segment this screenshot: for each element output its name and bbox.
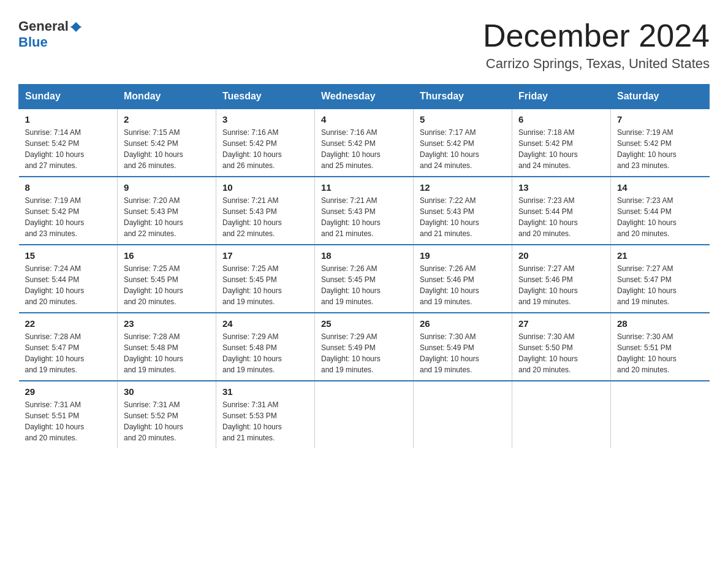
- day-number: 29: [25, 386, 112, 397]
- day-number: 18: [321, 250, 407, 261]
- day-number: 27: [518, 318, 604, 329]
- day-number: 22: [25, 318, 112, 329]
- day-info: Sunrise: 7:16 AM Sunset: 5:42 PM Dayligh…: [321, 127, 407, 171]
- calendar-cell: 8 Sunrise: 7:19 AM Sunset: 5:42 PM Dayli…: [19, 177, 118, 245]
- day-info: Sunrise: 7:14 AM Sunset: 5:42 PM Dayligh…: [25, 127, 112, 171]
- calendar-cell: 6 Sunrise: 7:18 AM Sunset: 5:42 PM Dayli…: [512, 109, 611, 177]
- calendar-cell: 3 Sunrise: 7:16 AM Sunset: 5:42 PM Dayli…: [216, 109, 315, 177]
- day-info: Sunrise: 7:31 AM Sunset: 5:52 PM Dayligh…: [124, 399, 210, 443]
- calendar-cell: 23 Sunrise: 7:28 AM Sunset: 5:48 PM Dayl…: [118, 313, 216, 381]
- logo: General Blue: [18, 18, 82, 50]
- logo-general-text: General: [18, 18, 69, 34]
- day-number: 3: [222, 114, 308, 124]
- calendar-cell: 20 Sunrise: 7:27 AM Sunset: 5:46 PM Dayl…: [512, 245, 611, 313]
- week-row-1: 1 Sunrise: 7:14 AM Sunset: 5:42 PM Dayli…: [19, 109, 710, 177]
- day-info: Sunrise: 7:26 AM Sunset: 5:45 PM Dayligh…: [321, 263, 407, 307]
- header-thursday: Thursday: [414, 85, 512, 109]
- calendar-header-row: SundayMondayTuesdayWednesdayThursdayFrid…: [19, 85, 710, 109]
- day-number: 23: [124, 318, 210, 329]
- day-number: 25: [321, 318, 407, 329]
- calendar-cell: 12 Sunrise: 7:22 AM Sunset: 5:43 PM Dayl…: [414, 177, 512, 245]
- day-number: 15: [25, 250, 112, 261]
- header-sunday: Sunday: [19, 85, 118, 109]
- day-number: 16: [124, 250, 210, 261]
- day-info: Sunrise: 7:15 AM Sunset: 5:42 PM Dayligh…: [124, 127, 210, 171]
- calendar-cell: 19 Sunrise: 7:26 AM Sunset: 5:46 PM Dayl…: [414, 245, 512, 313]
- calendar-cell: [315, 381, 414, 448]
- title-section: December 2024 Carrizo Springs, Texas, Un…: [483, 18, 710, 72]
- day-info: Sunrise: 7:18 AM Sunset: 5:42 PM Dayligh…: [518, 127, 604, 171]
- day-number: 30: [124, 386, 210, 397]
- day-number: 8: [25, 182, 112, 193]
- week-row-2: 8 Sunrise: 7:19 AM Sunset: 5:42 PM Dayli…: [19, 177, 710, 245]
- calendar-cell: 7 Sunrise: 7:19 AM Sunset: 5:42 PM Dayli…: [611, 109, 710, 177]
- day-info: Sunrise: 7:22 AM Sunset: 5:43 PM Dayligh…: [420, 195, 506, 239]
- day-number: 14: [617, 182, 703, 193]
- page-header: General Blue December 2024 Carrizo Sprin…: [18, 18, 710, 72]
- calendar-cell: 22 Sunrise: 7:28 AM Sunset: 5:47 PM Dayl…: [19, 313, 118, 381]
- calendar-cell: 11 Sunrise: 7:21 AM Sunset: 5:43 PM Dayl…: [315, 177, 414, 245]
- day-info: Sunrise: 7:25 AM Sunset: 5:45 PM Dayligh…: [124, 263, 210, 307]
- day-number: 31: [222, 386, 308, 397]
- day-info: Sunrise: 7:30 AM Sunset: 5:49 PM Dayligh…: [420, 331, 506, 375]
- header-friday: Friday: [512, 85, 611, 109]
- day-info: Sunrise: 7:29 AM Sunset: 5:49 PM Dayligh…: [321, 331, 407, 375]
- calendar-cell: 14 Sunrise: 7:23 AM Sunset: 5:44 PM Dayl…: [611, 177, 710, 245]
- day-number: 4: [321, 114, 407, 124]
- day-number: 28: [617, 318, 703, 329]
- day-info: Sunrise: 7:17 AM Sunset: 5:42 PM Dayligh…: [420, 127, 506, 171]
- day-info: Sunrise: 7:20 AM Sunset: 5:43 PM Dayligh…: [124, 195, 210, 239]
- header-tuesday: Tuesday: [216, 85, 315, 109]
- day-number: 2: [124, 114, 210, 124]
- calendar-cell: 10 Sunrise: 7:21 AM Sunset: 5:43 PM Dayl…: [216, 177, 315, 245]
- calendar-cell: 26 Sunrise: 7:30 AM Sunset: 5:49 PM Dayl…: [414, 313, 512, 381]
- header-saturday: Saturday: [611, 85, 710, 109]
- calendar-cell: [512, 381, 611, 448]
- calendar-cell: 4 Sunrise: 7:16 AM Sunset: 5:42 PM Dayli…: [315, 109, 414, 177]
- calendar-cell: 15 Sunrise: 7:24 AM Sunset: 5:44 PM Dayl…: [19, 245, 118, 313]
- calendar-cell: 31 Sunrise: 7:31 AM Sunset: 5:53 PM Dayl…: [216, 381, 315, 448]
- calendar-cell: 2 Sunrise: 7:15 AM Sunset: 5:42 PM Dayli…: [118, 109, 216, 177]
- day-info: Sunrise: 7:19 AM Sunset: 5:42 PM Dayligh…: [25, 195, 112, 239]
- calendar-cell: 25 Sunrise: 7:29 AM Sunset: 5:49 PM Dayl…: [315, 313, 414, 381]
- day-number: 20: [518, 250, 604, 261]
- day-number: 5: [420, 114, 506, 124]
- logo-blue-text: Blue: [18, 34, 48, 50]
- month-title: December 2024: [483, 18, 710, 53]
- header-wednesday: Wednesday: [315, 85, 414, 109]
- day-info: Sunrise: 7:23 AM Sunset: 5:44 PM Dayligh…: [617, 195, 703, 239]
- calendar-cell: 28 Sunrise: 7:30 AM Sunset: 5:51 PM Dayl…: [611, 313, 710, 381]
- calendar-cell: 27 Sunrise: 7:30 AM Sunset: 5:50 PM Dayl…: [512, 313, 611, 381]
- day-info: Sunrise: 7:26 AM Sunset: 5:46 PM Dayligh…: [420, 263, 506, 307]
- calendar-cell: 16 Sunrise: 7:25 AM Sunset: 5:45 PM Dayl…: [118, 245, 216, 313]
- day-info: Sunrise: 7:21 AM Sunset: 5:43 PM Dayligh…: [222, 195, 308, 239]
- day-number: 11: [321, 182, 407, 193]
- day-info: Sunrise: 7:28 AM Sunset: 5:47 PM Dayligh…: [25, 331, 112, 375]
- day-number: 6: [518, 114, 604, 124]
- calendar-cell: 30 Sunrise: 7:31 AM Sunset: 5:52 PM Dayl…: [118, 381, 216, 448]
- day-number: 7: [617, 114, 703, 124]
- day-info: Sunrise: 7:21 AM Sunset: 5:43 PM Dayligh…: [321, 195, 407, 239]
- day-number: 10: [222, 182, 308, 193]
- location-title: Carrizo Springs, Texas, United States: [483, 56, 710, 72]
- week-row-5: 29 Sunrise: 7:31 AM Sunset: 5:51 PM Dayl…: [19, 381, 710, 448]
- day-info: Sunrise: 7:29 AM Sunset: 5:48 PM Dayligh…: [222, 331, 308, 375]
- calendar-cell: 5 Sunrise: 7:17 AM Sunset: 5:42 PM Dayli…: [414, 109, 512, 177]
- day-number: 1: [25, 114, 112, 124]
- week-row-4: 22 Sunrise: 7:28 AM Sunset: 5:47 PM Dayl…: [19, 313, 710, 381]
- day-number: 19: [420, 250, 506, 261]
- day-number: 12: [420, 182, 506, 193]
- day-number: 13: [518, 182, 604, 193]
- day-number: 9: [124, 182, 210, 193]
- calendar-cell: 1 Sunrise: 7:14 AM Sunset: 5:42 PM Dayli…: [19, 109, 118, 177]
- day-number: 21: [617, 250, 703, 261]
- calendar-cell: 17 Sunrise: 7:25 AM Sunset: 5:45 PM Dayl…: [216, 245, 315, 313]
- calendar-cell: 29 Sunrise: 7:31 AM Sunset: 5:51 PM Dayl…: [19, 381, 118, 448]
- day-info: Sunrise: 7:25 AM Sunset: 5:45 PM Dayligh…: [222, 263, 308, 307]
- day-info: Sunrise: 7:30 AM Sunset: 5:50 PM Dayligh…: [518, 331, 604, 375]
- day-info: Sunrise: 7:27 AM Sunset: 5:46 PM Dayligh…: [518, 263, 604, 307]
- day-info: Sunrise: 7:24 AM Sunset: 5:44 PM Dayligh…: [25, 263, 112, 307]
- calendar-cell: 21 Sunrise: 7:27 AM Sunset: 5:47 PM Dayl…: [611, 245, 710, 313]
- day-info: Sunrise: 7:28 AM Sunset: 5:48 PM Dayligh…: [124, 331, 210, 375]
- header-monday: Monday: [118, 85, 216, 109]
